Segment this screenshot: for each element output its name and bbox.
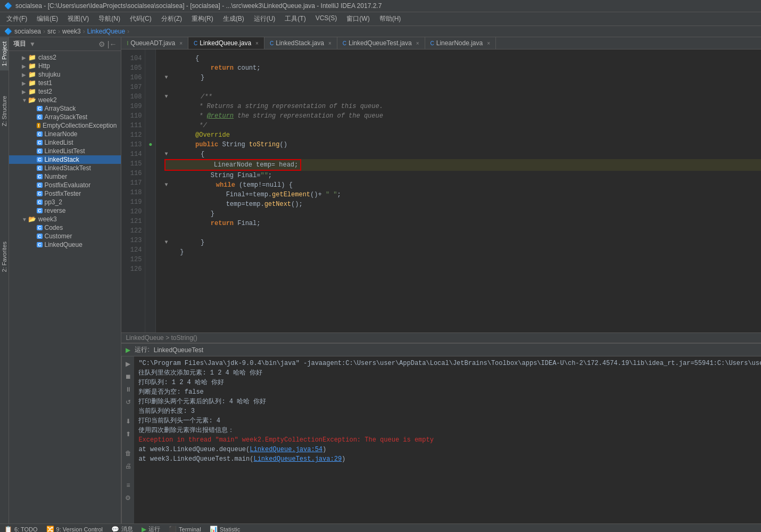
status-messages[interactable]: 💬 消息 bbox=[111, 525, 133, 532]
tree-item-postfixtester[interactable]: ▶ C PostfixTester bbox=[9, 189, 121, 198]
menu-edit[interactable]: 编辑(E) bbox=[32, 13, 62, 24]
menu-vcs[interactable]: VCS(S) bbox=[311, 13, 342, 24]
tab-close-linearnode[interactable]: × bbox=[487, 40, 490, 46]
collapse-114[interactable]: ▼ bbox=[164, 149, 168, 159]
panel-layout-icon[interactable]: |← bbox=[107, 40, 117, 48]
collapse-123[interactable]: ▼ bbox=[164, 238, 168, 247]
tree-item-number[interactable]: ▶ C Number bbox=[9, 172, 121, 181]
tree-item-test2[interactable]: ▶ 📁 test2 bbox=[9, 87, 121, 96]
toggle-test2[interactable]: ▶ bbox=[22, 89, 27, 95]
tab-linkedstack[interactable]: C LinkedStack.java × bbox=[264, 37, 337, 49]
tree-item-postfixevaluator[interactable]: ▶ C PostfixEvaluator bbox=[9, 181, 121, 189]
wrap-button[interactable]: ≡ bbox=[123, 480, 134, 491]
menu-build[interactable]: 生成(B) bbox=[219, 13, 249, 24]
main-layout: 1: Project Z: Structure 2: Favorites 项目 … bbox=[0, 37, 761, 523]
vtab-project[interactable]: 1: Project bbox=[0, 37, 9, 70]
print-button[interactable]: 🖨 bbox=[123, 461, 134, 471]
tree-item-week3[interactable]: ▼ 📂 week3 bbox=[9, 215, 121, 223]
toggle-class2[interactable]: ▶ bbox=[22, 55, 27, 61]
panel-dropdown-icon[interactable]: ▼ bbox=[29, 40, 36, 48]
tab-close-queueadt[interactable]: × bbox=[179, 40, 183, 46]
tree-item-class2[interactable]: ▶ 📁 class2 bbox=[9, 53, 121, 62]
status-vcs[interactable]: 🔀 9: Version Control bbox=[46, 526, 103, 533]
tree-item-linkedstack[interactable]: ▶ C LinkedStack bbox=[9, 155, 121, 164]
collapse-106[interactable]: ▼ bbox=[164, 73, 168, 82]
toggle-week2[interactable]: ▼ bbox=[22, 97, 27, 103]
tree-label-arraystacktest: ArrayStackTest bbox=[45, 113, 88, 121]
tab-close-linkedqueue[interactable]: × bbox=[255, 40, 259, 46]
panel-settings-icon[interactable]: ⚙ bbox=[98, 40, 105, 48]
clear-button[interactable]: 🗑 bbox=[123, 448, 134, 459]
gutter: ● bbox=[145, 49, 156, 332]
terminal-icon: ⬛ bbox=[169, 526, 177, 533]
status-run[interactable]: ▶ 运行 bbox=[142, 525, 160, 532]
code-content[interactable]: { return count; ▼ } ▼ /** bbox=[156, 49, 761, 332]
breadcrumb-src[interactable]: src bbox=[47, 28, 56, 35]
tree-item-http[interactable]: ▶ 📁 Http bbox=[9, 62, 121, 70]
tab-queueadt[interactable]: I QueueADT.java × bbox=[121, 37, 188, 49]
tree-item-customer[interactable]: ▶ C Customer bbox=[9, 232, 121, 240]
vtab-favorites[interactable]: 2: Favorites bbox=[0, 237, 9, 276]
tree-item-week2[interactable]: ▼ 📂 week2 bbox=[9, 96, 121, 104]
tree-item-emptycollectionexception[interactable]: ▶ ! EmptyCollectionException bbox=[9, 121, 121, 130]
tab-close-linkedqueuetest[interactable]: × bbox=[416, 40, 419, 46]
menu-navigate[interactable]: 导航(N) bbox=[94, 13, 125, 24]
tab-linkedqueue[interactable]: C LinkedQueue.java × bbox=[188, 37, 264, 49]
tab-linkedqueuetest[interactable]: C LinkedQueueTest.java × bbox=[337, 37, 425, 49]
vtab-structure[interactable]: Z: Structure bbox=[0, 92, 9, 130]
tab-linearnode[interactable]: C LinearNode.java × bbox=[425, 37, 496, 49]
scroll-end-button[interactable]: ⬇ bbox=[123, 416, 134, 427]
collapse-108[interactable]: ▼ bbox=[164, 92, 168, 102]
tree-item-arraystacktest[interactable]: ▶ C ArrayStackTest bbox=[9, 113, 121, 121]
tab-close-linkedstack[interactable]: × bbox=[328, 40, 332, 46]
tree-item-linkedqueue[interactable]: ▶ C LinkedQueue bbox=[9, 240, 121, 249]
editor-breadcrumb: LinkedQueue > toString() bbox=[121, 332, 761, 343]
pause-button[interactable]: ⏸ bbox=[123, 384, 134, 395]
settings-button-bottom[interactable]: ⚙ bbox=[123, 493, 134, 503]
run-button[interactable]: ▶ bbox=[123, 359, 134, 369]
code-line-109: * Returns a string representation of thi… bbox=[164, 102, 761, 111]
scroll-up-button[interactable]: ⬆ bbox=[123, 429, 134, 439]
menu-file[interactable]: 文件(F) bbox=[2, 13, 31, 24]
bottom-layout: ▶ ⏹ ⏸ ↺ ⬇ ⬆ 🗑 🖨 ≡ ⚙ "C:\Program Files\ bbox=[121, 356, 761, 523]
collapse-117[interactable]: ▼ bbox=[164, 180, 168, 190]
link-main[interactable]: LinkedQueueTest.java:29 bbox=[253, 455, 342, 463]
tree-item-pp3-2[interactable]: ▶ C pp3_2 bbox=[9, 198, 121, 206]
vcs-icon: 🔀 bbox=[46, 526, 54, 533]
menu-view[interactable]: 视图(V) bbox=[63, 13, 93, 24]
tree-item-arraystack[interactable]: ▶ C ArrayStack bbox=[9, 104, 121, 113]
toggle-http[interactable]: ▶ bbox=[22, 63, 27, 69]
menu-refactor[interactable]: 重构(R) bbox=[187, 13, 218, 24]
toggle-week3[interactable]: ▼ bbox=[22, 217, 27, 222]
tree-item-linkedlisttest[interactable]: ▶ C LinkedListTest bbox=[9, 147, 121, 155]
status-todo[interactable]: 📋 6: TODO bbox=[4, 526, 38, 533]
rerun-button[interactable]: ↺ bbox=[123, 397, 134, 408]
tree-item-shujuku[interactable]: ▶ 📁 shujuku bbox=[9, 70, 121, 79]
highlight-box-115: LinearNode temp= head; bbox=[164, 159, 301, 171]
toggle-shujuku[interactable]: ▶ bbox=[22, 72, 27, 78]
breadcrumb-project[interactable]: socialsea bbox=[14, 28, 41, 35]
toggle-test1[interactable]: ▶ bbox=[22, 80, 27, 86]
code-editor[interactable]: 104 105 106 107 108 109 110 111 112 113 … bbox=[121, 49, 761, 332]
menu-window[interactable]: 窗口(W) bbox=[342, 13, 374, 24]
tree-item-linkedlist[interactable]: ▶ C LinkedList bbox=[9, 138, 121, 147]
tree-item-reverse[interactable]: ▶ C reverse bbox=[9, 206, 121, 215]
breadcrumb-file[interactable]: LinkedQueue bbox=[87, 28, 125, 35]
tree-item-codes[interactable]: ▶ C Codes bbox=[9, 223, 121, 232]
class-icon-reverse: C bbox=[37, 208, 43, 213]
menu-analyze[interactable]: 分析(Z) bbox=[157, 13, 186, 24]
menu-run[interactable]: 运行(U) bbox=[250, 13, 280, 24]
breadcrumb-week3[interactable]: week3 bbox=[62, 28, 81, 35]
status-terminal[interactable]: ⬛ Terminal bbox=[169, 526, 201, 533]
tree-item-linkedstacktest[interactable]: ▶ C LinkedStackTest bbox=[9, 164, 121, 172]
stop-button[interactable]: ⏹ bbox=[123, 371, 134, 382]
project-panel: 项目 ▼ ⚙ |← ▶ 📁 class2 ▶ 📁 Http bbox=[9, 37, 121, 523]
status-statistic[interactable]: 📊 Statistic bbox=[210, 526, 241, 533]
tree-item-linearnode[interactable]: ▶ C LinearNode bbox=[9, 130, 121, 138]
tab-label-linkedqueue: LinkedQueue.java bbox=[200, 39, 251, 47]
tree-item-test1[interactable]: ▶ 📁 test1 bbox=[9, 79, 121, 87]
menu-help[interactable]: 帮助(H) bbox=[375, 13, 406, 24]
link-dequeue[interactable]: LinkedQueue.java:54 bbox=[250, 446, 322, 453]
menu-code[interactable]: 代码(C) bbox=[126, 13, 156, 24]
menu-tools[interactable]: 工具(T) bbox=[280, 13, 310, 24]
